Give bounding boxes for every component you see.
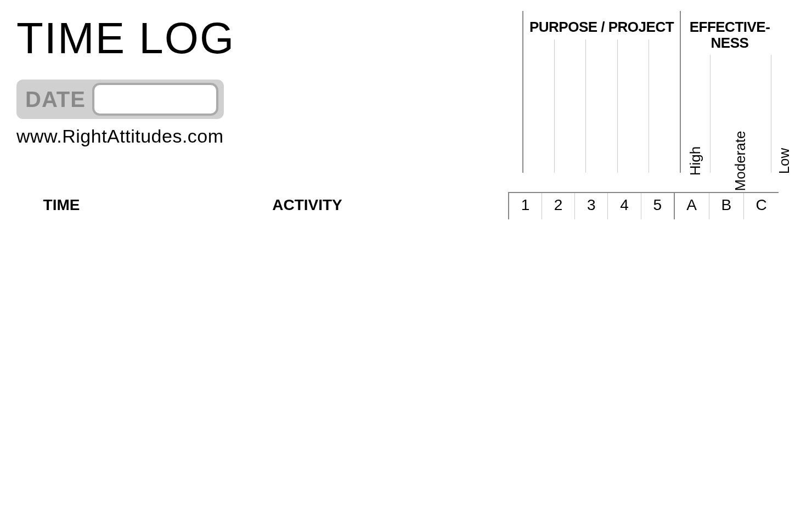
col-header-effect-c: C [744, 193, 779, 219]
effect-label-moderate: Moderate [710, 55, 771, 173]
purpose-col-blank-1 [523, 39, 554, 173]
purpose-col-blank-4 [617, 39, 649, 173]
col-header-time: TIME [16, 193, 106, 219]
date-label: DATE [25, 87, 86, 112]
col-header-effect-a: A [674, 193, 709, 219]
col-header-activity: ACTIVITY [106, 193, 509, 219]
purpose-header: PURPOSE / PROJECT [523, 11, 680, 39]
col-header-purpose-3: 3 [575, 193, 608, 219]
date-box: DATE [16, 80, 224, 119]
effect-label-high: High [681, 55, 710, 173]
purpose-col-blank-3 [585, 39, 617, 173]
top-column-headers: PURPOSE / PROJECT EFFECTIVE- NESS High M… [522, 11, 779, 173]
date-input[interactable] [92, 83, 218, 116]
col-header-purpose-1: 1 [509, 193, 542, 219]
col-header-purpose-5: 5 [641, 193, 674, 219]
col-header-purpose-2: 2 [542, 193, 574, 219]
effect-label-low: Low [771, 55, 795, 173]
col-header-purpose-4: 4 [608, 193, 641, 219]
purpose-col-blank-5 [649, 39, 680, 173]
time-log-table: TIME ACTIVITY 1 2 3 4 5 A B C [16, 192, 779, 219]
col-header-effect-b: B [709, 193, 743, 219]
effectiveness-header: EFFECTIVE- NESS [681, 11, 779, 55]
purpose-col-blank-2 [554, 39, 585, 173]
